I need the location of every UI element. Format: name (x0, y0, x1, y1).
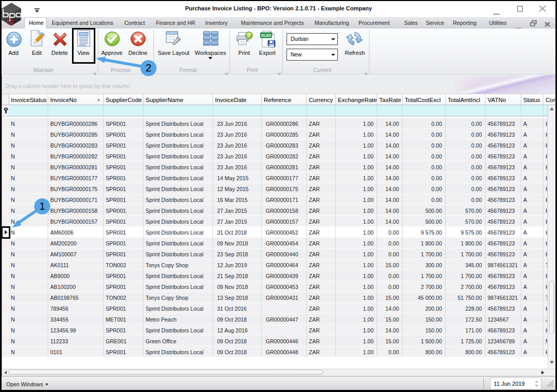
svg-text:?: ? (248, 33, 251, 38)
svg-text:XLSX: XLSX (261, 33, 272, 38)
